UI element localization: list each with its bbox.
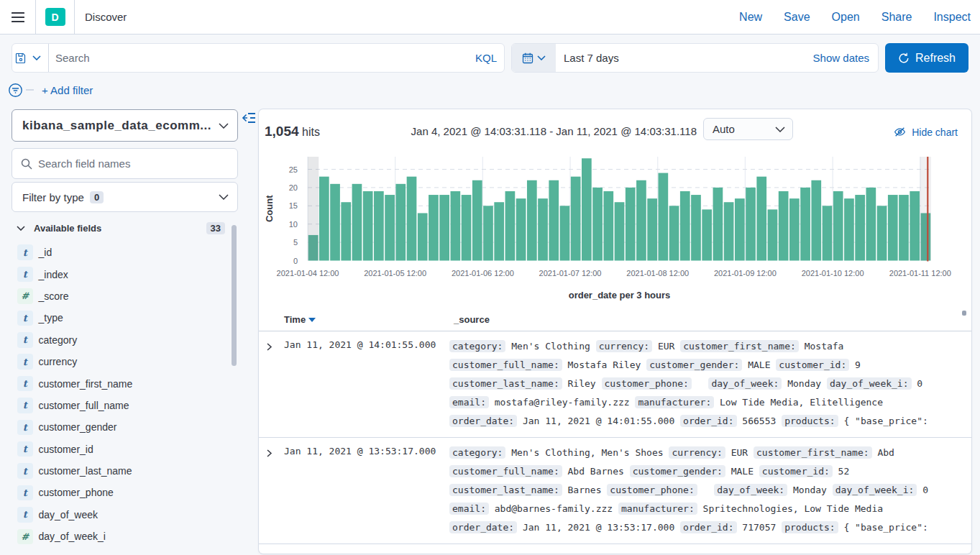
- field-type-string-icon: t: [17, 441, 33, 457]
- svg-text:Count: Count: [264, 195, 275, 222]
- field-item-customer_full_name[interactable]: t customer_full_name: [12, 395, 239, 416]
- field-item-_index[interactable]: t _index: [12, 263, 239, 285]
- refresh-icon: [898, 52, 910, 64]
- hamburger-icon: [12, 12, 24, 22]
- sidebar-scrollbar-thumb[interactable]: [232, 225, 237, 366]
- date-range-value[interactable]: Last 7 days: [556, 52, 619, 64]
- field-type-string-icon: t: [17, 376, 33, 392]
- source-field-value: Jan 11, 2021 @ 14:01:55.000: [523, 416, 674, 426]
- source-field-name: order_date:: [449, 521, 517, 533]
- svg-text:2021-01-07 12:00: 2021-01-07 12:00: [539, 269, 602, 278]
- available-fields-header[interactable]: Available fields 33: [12, 221, 239, 236]
- source-field-pair: customer_gender: MALE: [646, 359, 770, 371]
- nav-new[interactable]: New: [739, 11, 762, 24]
- source-field-name: manufacturer:: [635, 396, 714, 408]
- source-field-pair: products: { "base_price":: [782, 521, 928, 533]
- source-field-pair: customer_full_name: Mostafa Riley: [449, 359, 641, 371]
- source-field-value: [697, 378, 703, 389]
- nav-share[interactable]: Share: [881, 11, 912, 24]
- source-field-value: 566553: [742, 416, 776, 426]
- source-field-value: Men's Clothing, Men's Shoes: [511, 447, 663, 458]
- chevron-down-icon: [537, 55, 546, 60]
- source-field-pair: day_of_week: Monday: [708, 377, 821, 390]
- field-item-_id[interactable]: t _id: [12, 242, 239, 263]
- nav-inspect[interactable]: Inspect: [933, 11, 971, 24]
- filter-by-type-select[interactable]: Filter by type 0: [12, 182, 238, 212]
- filter-icon: [9, 83, 22, 97]
- source-field-value: mostafa@riley-family.zzz: [495, 397, 630, 408]
- source-field-name: products:: [782, 521, 838, 533]
- source-field-pair: customer_phone:: [602, 377, 703, 390]
- svg-text:2021-01-04 12:00: 2021-01-04 12:00: [277, 269, 339, 278]
- nav-save[interactable]: Save: [784, 11, 810, 24]
- field-item-customer_last_name[interactable]: t customer_last_name: [12, 460, 239, 482]
- chevron-right-icon: [265, 449, 273, 457]
- table-scrollbar-thumb[interactable]: [962, 311, 966, 316]
- source-field-pair: customer_last_name: Riley: [449, 377, 596, 390]
- field-type-string-icon: t: [17, 463, 33, 479]
- source-field-pair: products: { "base_price":: [782, 415, 928, 427]
- source-field-pair: manufacturer: Spritechnologies, Low Tide…: [618, 503, 883, 515]
- field-type-string-icon: t: [17, 398, 33, 413]
- saved-query-menu-button[interactable]: [12, 44, 49, 72]
- field-type-string-icon: t: [17, 267, 33, 283]
- svg-text:2021-01-11 12:00: 2021-01-11 12:00: [889, 269, 951, 278]
- collapse-sidebar-button[interactable]: [242, 113, 255, 126]
- field-item-day_of_week[interactable]: t day_of_week: [12, 504, 239, 526]
- refresh-button[interactable]: Refresh: [885, 43, 968, 73]
- filter-separator: [26, 89, 34, 91]
- menu-button[interactable]: [0, 0, 36, 34]
- source-field-value: Mostafa: [805, 341, 844, 352]
- source-field-name: day_of_week_i:: [833, 484, 917, 496]
- field-search-input[interactable]: [38, 157, 229, 170]
- source-field-value: 0: [922, 485, 928, 495]
- source-field-value: Abd Barnes: [568, 466, 624, 477]
- source-field-value: 9: [855, 359, 861, 370]
- expand-row-button[interactable]: [259, 337, 284, 431]
- add-filter-button[interactable]: + Add filter: [42, 84, 93, 96]
- source-field-value: Riley: [568, 378, 596, 389]
- svg-text:15: 15: [289, 201, 298, 210]
- source-field-pair: manufacturer: Low Tide Media, Elitellige…: [635, 396, 883, 408]
- source-field-name: email:: [449, 503, 489, 515]
- histogram-chart[interactable]: 05101520252021-01-04 12:002021-01-05 12:…: [259, 109, 971, 309]
- source-field-pair: currency: EUR: [596, 340, 675, 352]
- nav-open[interactable]: Open: [832, 11, 860, 24]
- source-field-pair: order_date: Jan 11, 2021 @ 13:53:17.000: [449, 521, 674, 533]
- source-field-value: MALE: [731, 466, 754, 477]
- filter-bar: + Add filter: [0, 78, 980, 102]
- field-item-customer_gender[interactable]: t customer_gender: [12, 416, 239, 438]
- field-item-customer_id[interactable]: t customer_id: [12, 439, 239, 460]
- calendar-icon: [522, 52, 533, 64]
- source-field-pair: customer_gender: MALE: [630, 465, 754, 477]
- expand-row-button[interactable]: [259, 444, 284, 537]
- field-item-currency[interactable]: t currency: [12, 351, 239, 372]
- field-item-customer_phone[interactable]: t customer_phone: [12, 482, 239, 503]
- date-quick-select-button[interactable]: [512, 44, 556, 72]
- search-input[interactable]: [49, 52, 475, 64]
- source-field-value: 717057: [742, 522, 776, 533]
- search-icon: [21, 158, 32, 170]
- time-column-header[interactable]: Time: [284, 314, 316, 325]
- source-field-value: EUR: [731, 447, 748, 458]
- query-language-button[interactable]: KQL: [475, 52, 504, 64]
- source-field-pair: order_id: 717057: [680, 521, 776, 533]
- field-item-customer_first_name[interactable]: t customer_first_name: [12, 372, 239, 394]
- show-dates-button[interactable]: Show dates: [813, 52, 878, 64]
- filter-menu-button[interactable]: [9, 83, 22, 97]
- field-item-_score[interactable]: # _score: [12, 285, 239, 307]
- source-field-pair: customer_first_name: Abd: [754, 446, 894, 459]
- svg-text:2021-01-06 12:00: 2021-01-06 12:00: [452, 269, 514, 278]
- discover-app-icon[interactable]: D: [45, 8, 65, 26]
- source-field-value: Abd: [877, 447, 894, 458]
- source-field-name: customer_full_name:: [449, 465, 562, 477]
- field-item-category[interactable]: t category: [12, 329, 239, 351]
- field-item-_type[interactable]: t _type: [12, 307, 239, 329]
- index-pattern-select[interactable]: kibana_sample_data_ecomm...: [12, 109, 238, 142]
- field-type-string-icon: t: [17, 507, 33, 523]
- source-field-value: Monday: [787, 378, 821, 389]
- source-field-pair: customer_first_name: Mostafa: [680, 340, 843, 352]
- chevron-down-icon: [219, 194, 229, 200]
- field-item-day_of_week_i[interactable]: # day_of_week_i: [12, 526, 239, 547]
- source-field-name: products:: [782, 415, 838, 427]
